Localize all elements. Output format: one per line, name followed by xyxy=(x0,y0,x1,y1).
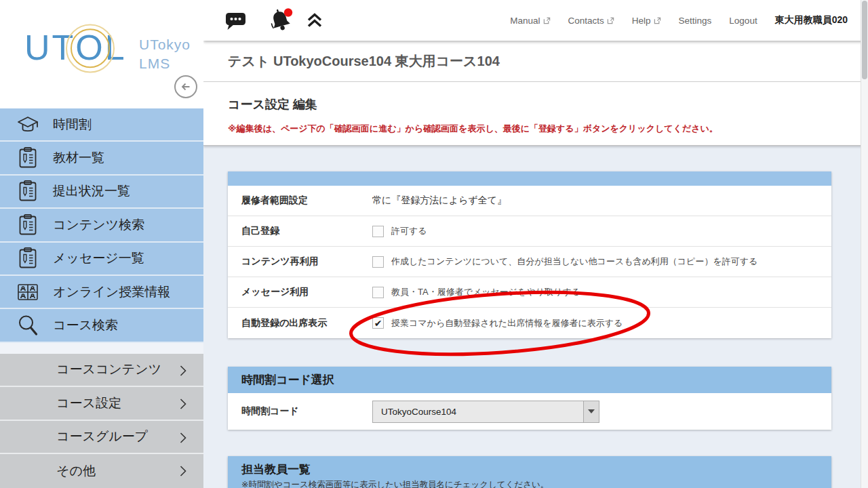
sidebar-item-course-contents[interactable]: コースコンテンツ xyxy=(0,354,203,388)
section-note: ※時間割やコース検索画面等に表示したい担当教員名にチェックしてください。 xyxy=(241,479,818,488)
logo-ring-icon xyxy=(66,24,115,73)
vertical-scrollbar[interactable] xyxy=(861,0,868,488)
arrow-left-icon xyxy=(179,80,193,94)
section-header: 担当教員一覧 ※時間割やコース検索画面等に表示したい担当教員名にチェックしてくだ… xyxy=(228,456,831,488)
content-search-clipboard-icon xyxy=(15,214,41,237)
bell-icon xyxy=(267,7,296,34)
edit-header: コース設定 編集 ※編集後は、ページ下の「確認画面に進む」から確認画面を表示し、… xyxy=(203,82,868,146)
course-title-bar: テスト UTokyoCourse104 東大用コース104 xyxy=(203,41,868,82)
setting-row-enrollee-range: 履修者範囲設定 常に『登録方法によらず全て』 xyxy=(228,186,831,216)
sidebar-item-label: オンライン授業情報 xyxy=(53,283,170,301)
topbar-right: Manual Contacts Help Se xyxy=(510,14,868,26)
sidebar-item-label: 教材一覧 xyxy=(53,149,104,167)
sidebar-item-messages[interactable]: メッセージ一覧 xyxy=(0,243,203,276)
sidebar-item-label: コース検索 xyxy=(53,317,118,334)
chevron-right-icon xyxy=(179,465,187,480)
checkmark-icon: ✔ xyxy=(374,319,382,328)
online-class-icon xyxy=(15,281,41,303)
setting-row-content-reuse: コンテンツ再利用 作成したコンテンツについて、自分が担当しない他コースも含め利用… xyxy=(228,247,831,277)
manual-link[interactable]: Manual xyxy=(510,16,550,26)
setting-row-self-registration: 自己登録 許可する xyxy=(228,216,831,247)
section-title: 担当教員一覧 xyxy=(241,462,818,477)
table-header-strip xyxy=(228,171,831,186)
materials-clipboard-icon xyxy=(15,146,41,169)
section-header: 時間割コード選択 xyxy=(228,367,831,393)
messages-clipboard-icon xyxy=(15,247,41,270)
main-content: テスト UTokyoCourse104 東大用コース104 コース設定 編集 ※… xyxy=(203,41,868,488)
chevron-right-icon xyxy=(179,365,187,380)
edit-notice: ※編集後は、ページ下の「確認画面に進む」から確認画面を表示し、最後に「登録する」… xyxy=(228,123,844,135)
sidebar-item-label: コース設定 xyxy=(56,394,121,412)
content-reuse-checkbox[interactable] xyxy=(372,256,384,268)
timetable-code-select[interactable]: UTokyoCourse104 xyxy=(372,401,599,423)
sidebar-item-course-settings[interactable]: コース設定 xyxy=(0,387,203,421)
select-dropdown-button[interactable] xyxy=(583,401,599,422)
timetable-code-row: 時間割コード UTokyoCourse104 xyxy=(228,393,831,430)
topbar: Manual Contacts Help Se xyxy=(203,0,868,41)
settings-link[interactable]: Settings xyxy=(679,16,712,26)
sidebar-item-materials[interactable]: 教材一覧 xyxy=(0,142,203,175)
notifications-button[interactable] xyxy=(267,7,296,34)
setting-row-auto-attendance-display: 自動登録の出席表示 ✔ 授業コマから自動登録された出席情報を履修者に表示する xyxy=(228,308,831,338)
edit-title: コース設定 編集 xyxy=(228,96,844,113)
submissions-clipboard-icon xyxy=(15,180,41,203)
utol-logo: UTOL xyxy=(24,30,127,65)
external-link-icon xyxy=(543,17,551,24)
selected-option: UTokyoCourse104 xyxy=(373,401,583,422)
sidebar-collapse-button[interactable] xyxy=(174,75,197,98)
username: 東大用教職員020 xyxy=(775,14,848,26)
setting-row-message-use: メッセージ利用 教員・TA・履修者でメッセージをやり取りする xyxy=(228,277,831,308)
teachers-section: 担当教員一覧 ※時間割やコース検索画面等に表示したい担当教員名にチェックしてくだ… xyxy=(228,456,831,488)
auto-attendance-checkbox[interactable]: ✔ xyxy=(372,317,384,329)
sidebar-item-label: コンテンツ検索 xyxy=(53,216,144,234)
sidebar-item-label: メッセージ一覧 xyxy=(53,249,144,267)
sidebar-item-label: 時間割 xyxy=(53,116,92,134)
double-chevron-up-icon xyxy=(305,12,324,29)
setting-value: 常に『登録方法によらず全て』 xyxy=(366,195,507,207)
search-icon xyxy=(15,314,41,337)
scrollbar-thumb[interactable] xyxy=(862,1,867,79)
external-link-icon xyxy=(654,17,661,24)
logo-subtitle: UTokyo LMS xyxy=(139,35,191,74)
chevron-right-icon xyxy=(179,398,187,413)
sidebar-item-online-class[interactable]: オンライン授業情報 xyxy=(0,276,203,309)
help-link[interactable]: Help xyxy=(632,16,661,26)
chevron-right-icon xyxy=(179,432,187,447)
sidebar-item-timetable[interactable]: 時間割 xyxy=(0,108,203,142)
sidebar-item-submissions[interactable]: 提出状況一覧 xyxy=(0,176,203,209)
content-area: 履修者範囲設定 常に『登録方法によらず全て』 自己登録 許可する コンテンツ再利… xyxy=(203,146,868,488)
sidebar-item-content-search[interactable]: コンテンツ検索 xyxy=(0,209,203,242)
course-settings-table: 履修者範囲設定 常に『登録方法によらず全て』 自己登録 許可する コンテンツ再利… xyxy=(228,171,831,338)
sidebar-divider xyxy=(0,343,203,354)
graduation-cap-icon xyxy=(15,114,41,136)
collapse-topbar-button[interactable] xyxy=(305,12,324,29)
logout-link[interactable]: Logout xyxy=(729,16,757,26)
notification-badge xyxy=(284,8,292,16)
message-use-checkbox[interactable] xyxy=(372,287,384,298)
sidebar-item-label: 提出状況一覧 xyxy=(53,182,130,200)
contacts-link[interactable]: Contacts xyxy=(568,16,614,26)
logo-area: UTOL UTokyo LMS xyxy=(0,0,203,108)
caret-down-icon xyxy=(588,409,595,413)
sidebar-item-others[interactable]: その他 xyxy=(0,454,203,488)
messages-button[interactable] xyxy=(224,9,247,31)
sidebar-item-label: コースグループ xyxy=(56,428,148,445)
sidebar-item-label: その他 xyxy=(56,462,96,480)
utol-lms-app: UTOL UTokyo LMS 時間割 xyxy=(0,0,868,488)
section-title: 時間割コード選択 xyxy=(241,372,818,388)
logo-ring-icon xyxy=(71,28,110,68)
sidebar: UTOL UTokyo LMS 時間割 xyxy=(0,0,203,488)
self-registration-checkbox[interactable] xyxy=(372,226,384,237)
sidebar-item-course-group[interactable]: コースグループ xyxy=(0,421,203,455)
course-title: テスト UTokyoCourse104 東大用コース104 xyxy=(228,52,500,70)
message-bubble-icon xyxy=(224,9,247,31)
timetable-code-section: 時間割コード選択 時間割コード UTokyoCourse104 xyxy=(228,367,831,430)
sidebar-item-label: コースコンテンツ xyxy=(56,361,161,378)
sidebar-item-course-search[interactable]: コース検索 xyxy=(0,309,203,342)
external-link-icon xyxy=(607,17,614,24)
